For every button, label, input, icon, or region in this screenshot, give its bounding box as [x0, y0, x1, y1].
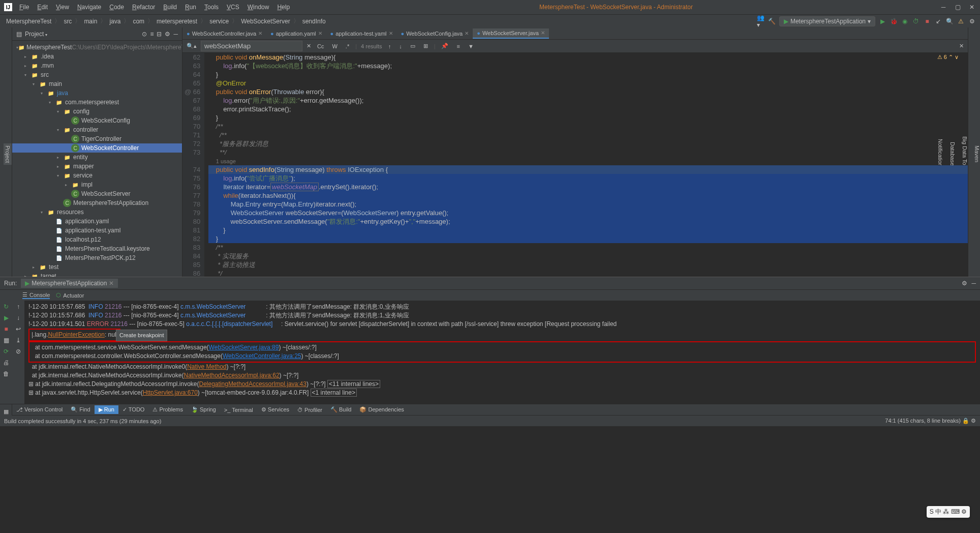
code-editor[interactable]: 62 63 64 65@ 66 67 68 69 70 71 72 73 74 …	[182, 53, 968, 277]
coverage-button[interactable]: ◉	[901, 17, 909, 25]
down-icon[interactable]: ↓	[14, 314, 22, 322]
debug-restart-icon[interactable]: ⟳	[2, 347, 10, 356]
wrap-icon[interactable]: ↩	[14, 325, 22, 333]
run-icon[interactable]: ▶	[2, 314, 10, 322]
menu-refactor[interactable]: Refactor	[129, 3, 158, 12]
menu-vcs[interactable]: VCS	[224, 3, 242, 12]
print-icon[interactable]: 🖨	[2, 359, 10, 367]
expand-all-icon[interactable]: ≡	[150, 31, 154, 38]
breadcrumb-item[interactable]: metersperetest	[155, 18, 199, 25]
pin-icon[interactable]: 📌	[439, 42, 450, 50]
match-case-toggle[interactable]: Cc	[315, 42, 326, 50]
caret-position[interactable]: 74:1 (415 chars, 8 line breaks) 🔒 ⚙	[885, 418, 976, 424]
delete-icon[interactable]: 🗑	[2, 370, 10, 378]
profile-button[interactable]: ⏱	[912, 17, 920, 25]
menu-navigate[interactable]: Navigate	[74, 3, 104, 12]
bottom-tab-terminal[interactable]: >_ Terminal	[220, 406, 257, 414]
close-find-icon[interactable]: ✕	[959, 43, 964, 49]
menu-build[interactable]: Build	[160, 3, 180, 12]
bottom-tab-todo[interactable]: ✓ TODO	[118, 405, 148, 414]
rerun-icon[interactable]: ↻	[2, 303, 10, 311]
inspection-badge[interactable]: ⚠ 6 ⌃ ∨	[937, 54, 959, 61]
tree-item-mapper[interactable]: 📁mapper	[12, 162, 182, 171]
prev-match-icon[interactable]: ↑	[386, 42, 393, 50]
debug-button[interactable]: 🐞	[890, 17, 898, 25]
editor-tab[interactable]: ● application-test.yaml ✕	[326, 29, 397, 38]
minimize-button[interactable]: ─	[939, 4, 947, 11]
editor-tab[interactable]: ● WebSocketConfig.java ✕	[397, 29, 473, 38]
editor-tab[interactable]: ● WebSocketServer.java ✕	[473, 28, 549, 39]
bottom-tab-spring[interactable]: 🍃 Spring	[187, 405, 220, 414]
editor-tab[interactable]: ● application.yaml ✕	[266, 29, 326, 38]
bottom-tab-build[interactable]: 🔨 Build	[326, 405, 356, 414]
breadcrumb-item[interactable]: com	[131, 18, 146, 25]
run-config-tab[interactable]: ▶MetersphereTestApplication✕	[21, 279, 118, 288]
bottom-tab-version-control[interactable]: ⎇ Version Control	[12, 405, 67, 414]
tree-item-tigercontroller[interactable]: CTigerController	[12, 134, 182, 143]
project-tool-tab[interactable]: Project	[4, 143, 12, 165]
menu-file[interactable]: File	[16, 3, 32, 12]
menu-help[interactable]: Help	[274, 3, 293, 12]
tree-item-service[interactable]: 📁service	[12, 171, 182, 180]
tree-item--idea[interactable]: 📁.idea	[12, 52, 182, 61]
tree-item-meterspheretestlocall-keystore[interactable]: 📄MetersPhereTestlocall.keystore	[12, 244, 182, 253]
tree-item-meterspheretestapplication[interactable]: CMetersphereTestApplication	[12, 198, 182, 208]
breadcrumb-item[interactable]: main	[82, 18, 99, 25]
whole-word-toggle[interactable]: W	[330, 42, 339, 50]
close-search-icon[interactable]: ✕	[307, 43, 311, 49]
tree-item-application-yaml[interactable]: 📄application.yaml	[12, 217, 182, 226]
ide-errors-icon[interactable]: ⚠	[957, 17, 965, 25]
settings-icon[interactable]: ⚙	[968, 17, 976, 25]
tree-item-websocketserver[interactable]: CWebSocketServer	[12, 189, 182, 198]
actuator-tab[interactable]: ⬡ Actuator	[56, 292, 84, 299]
new-search-icon[interactable]: ⊞	[421, 42, 430, 50]
scroll-icon[interactable]: ⤓	[14, 336, 22, 344]
bottom-tab-problems[interactable]: ⚠ Problems	[148, 405, 187, 414]
layout-icon[interactable]: ▦	[2, 336, 10, 344]
tree-item-resources[interactable]: 📁resources	[12, 208, 182, 217]
bottom-tab-find[interactable]: 🔍 Find	[67, 405, 94, 414]
hide-run-icon[interactable]: ─	[971, 280, 976, 287]
tree-item-localhost-p12[interactable]: 📄localhost.p12	[12, 235, 182, 244]
search-icon[interactable]: 🔍	[945, 17, 954, 25]
hide-icon[interactable]: ─	[173, 31, 178, 38]
select-all-icon[interactable]: ▭	[408, 42, 417, 50]
select-opened-file-icon[interactable]: ⊙	[142, 31, 147, 38]
users-icon[interactable]: 👥▾	[757, 17, 765, 25]
tree-item-main[interactable]: 📁main	[12, 79, 182, 88]
breadcrumb-item[interactable]: src	[62, 18, 74, 25]
tree-item-meterspheretestpck-p12[interactable]: 📄MetersPhereTestPCK.p12	[12, 253, 182, 262]
breadcrumb-item[interactable]: sendInfo	[300, 18, 328, 25]
breadcrumb-item[interactable]: java	[107, 18, 122, 25]
breadcrumb-item[interactable]: MetersphereTest	[4, 18, 53, 25]
collapse-all-icon[interactable]: ⊟	[157, 31, 162, 38]
next-match-icon[interactable]: ↓	[397, 42, 404, 50]
tree-item-config[interactable]: 📁config	[12, 107, 182, 116]
tree-item-websocketconfig[interactable]: CWebSocketConfig	[12, 116, 182, 125]
maximize-button[interactable]: ▢	[954, 4, 962, 11]
tree-item-meterspheretest[interactable]: 📁MetersphereTest C:\Users\EDY\IdeaProjec…	[12, 43, 182, 52]
tree-item-impl[interactable]: 📁impl	[12, 180, 182, 189]
bottom-tab-dependencies[interactable]: 📦 Dependencies	[355, 405, 408, 414]
project-view-selector[interactable]: Project	[25, 31, 47, 38]
menu-code[interactable]: Code	[106, 3, 127, 12]
project-tree[interactable]: 📁MetersphereTest C:\Users\EDY\IdeaProjec…	[12, 41, 182, 277]
settings-icon[interactable]: ⚙	[165, 31, 170, 38]
bottom-tab-profiler[interactable]: ⏱ Profiler	[293, 406, 326, 414]
tree-item-target[interactable]: 📁target	[12, 272, 182, 277]
tree-item-test[interactable]: 📁test	[12, 262, 182, 272]
breadcrumb-item[interactable]: service	[207, 18, 231, 25]
menu-tools[interactable]: Tools	[201, 3, 222, 12]
git-update-icon[interactable]: ↙	[934, 17, 942, 25]
menu-view[interactable]: View	[53, 3, 72, 12]
filter-icon[interactable]: ≡	[454, 42, 462, 50]
tree-item-entity[interactable]: 📁entity	[12, 153, 182, 162]
editor-tab[interactable]: ● WebSocketController.java ✕	[182, 29, 266, 38]
stop-icon[interactable]: ■	[2, 325, 10, 333]
clear-icon[interactable]: ⊘	[14, 347, 22, 356]
menu-run[interactable]: Run	[182, 3, 199, 12]
bottom-tab-services[interactable]: ⚙ Services	[257, 405, 293, 414]
run-button[interactable]: ▶	[878, 17, 886, 25]
search-input[interactable]	[201, 41, 302, 51]
tree-item-com-metersperetest[interactable]: 📁com.metersperetest	[12, 98, 182, 107]
